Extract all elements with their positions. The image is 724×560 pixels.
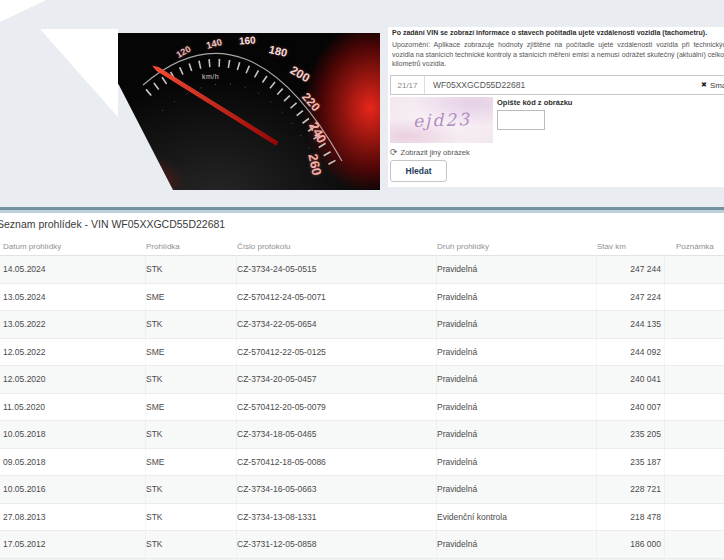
column-header: Prohlídka — [146, 242, 237, 251]
intro-headline: Po zadání VIN se zobrazí informace o sta… — [392, 29, 724, 36]
cell-note — [665, 284, 724, 311]
cell-station: SME — [146, 339, 237, 366]
cell-inspection-type: Pravidelná — [437, 256, 597, 283]
captcha-label: Opište kód z obrázku — [497, 98, 572, 107]
table-row: 27.08.2013STKCZ-3734-13-08-1331Evidenční… — [0, 504, 724, 532]
inspections-table: 14.05.2024STKCZ-3734-24-05-0515Pravideln… — [0, 256, 724, 560]
cell-date: 27.08.2013 — [3, 504, 146, 531]
vin-char-counter: 21/17 — [391, 76, 425, 94]
cell-station: STK — [146, 256, 237, 283]
cell-odometer: 244 135 — [597, 311, 665, 338]
cell-odometer: 247 244 — [597, 256, 665, 283]
table-header-row: Datum prohlídkyProhlídkaČíslo protokoluD… — [0, 237, 724, 256]
cell-odometer: 235 187 — [597, 449, 665, 476]
decorative-wedge — [40, 29, 118, 117]
cell-station: STK — [146, 366, 237, 393]
cell-protocol: CZ-570412-22-05-0125 — [237, 339, 437, 366]
cell-inspection-type: Pravidelná — [437, 421, 597, 448]
cell-date: 13.05.2024 — [3, 284, 146, 311]
cell-inspection-type: Pravidelná — [437, 531, 597, 558]
clear-vin-button[interactable]: ✖ Smazat — [701, 76, 724, 94]
cell-note — [665, 476, 724, 503]
column-header: Datum prohlídky — [3, 242, 146, 251]
cell-note — [665, 449, 724, 476]
column-header: Poznámka — [665, 242, 724, 251]
warning-text: Upozornění: Aplikace zobrazuje hodnoty z… — [392, 40, 724, 69]
cell-date: 13.05.2022 — [3, 311, 146, 338]
cell-date: 11.05.2020 — [3, 394, 146, 421]
table-row: 14.05.2024STKCZ-3734-24-05-0515Pravideln… — [0, 256, 724, 284]
cell-odometer: 244 092 — [597, 339, 665, 366]
captcha-code-text: ejd23 — [412, 109, 471, 131]
table-row: 09.05.2018SMECZ-570412-18-05-0086Pravide… — [0, 449, 724, 477]
column-header: Druh prohlídky — [437, 242, 597, 251]
cell-protocol: CZ-3734-18-05-0465 — [237, 421, 437, 448]
cell-protocol: CZ-3734-16-05-0663 — [237, 476, 437, 503]
cell-protocol: CZ-3731-12-05-0858 — [237, 531, 437, 558]
cell-station: STK — [146, 531, 237, 558]
speedometer-dial-ticks — [118, 33, 380, 190]
cell-station: STK — [146, 476, 237, 503]
captcha-input[interactable] — [497, 110, 545, 130]
column-header: Stav km — [597, 242, 665, 251]
cell-inspection-type: Pravidelná — [437, 339, 597, 366]
cell-inspection-type: Pravidelná — [437, 366, 597, 393]
cell-protocol: CZ-3734-22-05-0654 — [237, 311, 437, 338]
vin-input[interactable]: 21/17 WF05XXGCD55D22681 ✖ Smazat — [390, 75, 724, 95]
refresh-captcha-link[interactable]: ⟳ Zobrazit jiný obrázek — [390, 148, 470, 157]
cell-station: STK — [146, 504, 237, 531]
cell-odometer: 240 007 — [597, 394, 665, 421]
cell-station: SME — [146, 449, 237, 476]
cell-date: 09.05.2018 — [3, 449, 146, 476]
cell-protocol: CZ-570412-24-05-0071 — [237, 284, 437, 311]
cell-station: SME — [146, 284, 237, 311]
close-icon: ✖ — [701, 81, 707, 89]
refresh-captcha-label: Zobrazit jiný obrázek — [401, 148, 470, 157]
cell-station: SME — [146, 394, 237, 421]
cell-inspection-type: Pravidelná — [437, 394, 597, 421]
table-row: 10.05.2016STKCZ-3734-16-05-0663Pravideln… — [0, 476, 724, 504]
cell-note — [665, 421, 724, 448]
cell-date: 17.05.2012 — [3, 531, 146, 558]
cell-odometer: 247 224 — [597, 284, 665, 311]
cell-date: 12.05.2020 — [3, 366, 146, 393]
table-row: 13.05.2022STKCZ-3734-22-05-0654Pravideln… — [0, 311, 724, 339]
table-row: 12.05.2020STKCZ-3734-20-05-0457Pravideln… — [0, 366, 724, 394]
table-row: 17.05.2012STKCZ-3731-12-05-0858Pravideln… — [0, 531, 724, 559]
cell-note — [665, 256, 724, 283]
column-header: Číslo protokolu — [237, 242, 437, 251]
cell-protocol: CZ-570412-18-05-0086 — [237, 449, 437, 476]
vin-value[interactable]: WF05XXGCD55D22681 — [425, 80, 525, 90]
cell-note — [665, 366, 724, 393]
vin-search-panel: Po zadání VIN se zobrazí informace o sta… — [388, 27, 724, 187]
cell-inspection-type: Evidenční kontrola — [437, 504, 597, 531]
cell-date: 14.05.2024 — [3, 256, 146, 283]
cell-odometer: 240 041 — [597, 366, 665, 393]
speedometer-unit-label: km/h — [202, 73, 219, 80]
cell-protocol: CZ-570412-20-05-0079 — [237, 394, 437, 421]
cell-date: 10.05.2016 — [3, 476, 146, 503]
table-title: Seznam prohlídek - VIN WF05XXGCD55D22681 — [0, 218, 225, 230]
captcha-image: ejd23 — [390, 97, 493, 143]
cell-note — [665, 339, 724, 366]
cell-odometer: 235 205 — [597, 421, 665, 448]
cell-inspection-type: Pravidelná — [437, 284, 597, 311]
clear-vin-label: Smazat — [710, 81, 724, 90]
search-button[interactable]: Hledat — [390, 160, 447, 182]
speedometer-number: 160 — [239, 34, 256, 46]
cell-note — [665, 504, 724, 531]
decorative-wedge — [0, 0, 46, 22]
section-separator — [0, 207, 724, 213]
cell-date: 10.05.2018 — [3, 421, 146, 448]
cell-odometer: 186 000 — [597, 531, 665, 558]
cell-inspection-type: Pravidelná — [437, 311, 597, 338]
cell-protocol: CZ-3734-24-05-0515 — [237, 256, 437, 283]
cell-date: 12.05.2022 — [3, 339, 146, 366]
cell-odometer: 228 721 — [597, 476, 665, 503]
cell-odometer: 218 478 — [597, 504, 665, 531]
table-row: 11.05.2020SMECZ-570412-20-05-0079Pravide… — [0, 394, 724, 422]
refresh-icon: ⟳ — [390, 148, 398, 157]
cell-note — [665, 531, 724, 558]
cell-inspection-type: Pravidelná — [437, 476, 597, 503]
cell-station: STK — [146, 421, 237, 448]
